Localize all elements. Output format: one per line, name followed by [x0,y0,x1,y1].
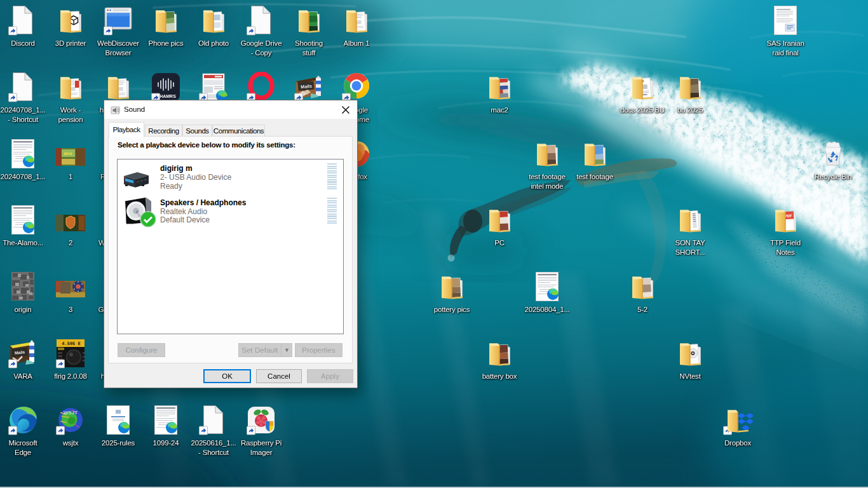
svg-text:HAMRS: HAMRS [159,94,176,98]
svg-text:WSJT: WSJT [64,410,78,416]
svg-text:4.505 E: 4.505 E [62,341,80,346]
svg-text:Mails: Mails [15,349,25,355]
svg-text:MY9: MY9 [64,152,72,156]
